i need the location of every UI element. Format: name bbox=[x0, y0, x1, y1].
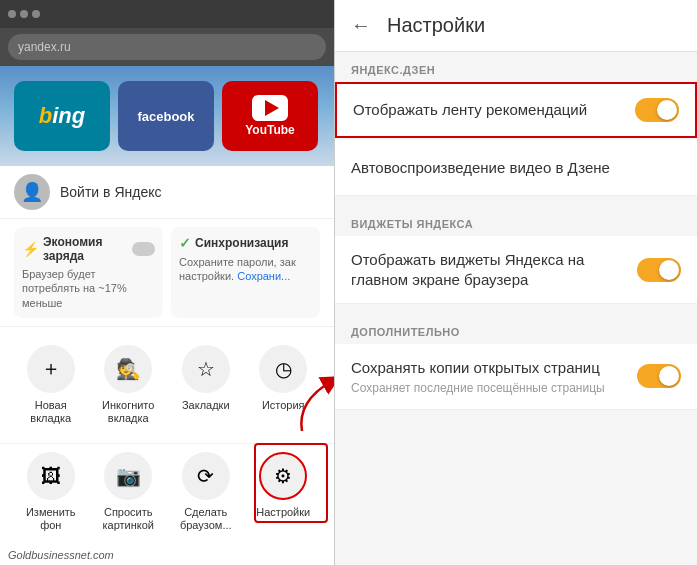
action-change-bg[interactable]: 🖼 Изменить фон bbox=[14, 444, 88, 540]
right-panel: ← Настройки ЯНДЕКС.ДЗЕН Отображать ленту… bbox=[335, 0, 697, 565]
action-ask-image[interactable]: 📷 Спросить картинкой bbox=[92, 444, 166, 540]
settings-label: Настройки bbox=[256, 506, 310, 519]
browser-header: yandex.ru bbox=[0, 28, 334, 66]
sync-text: Сохраните пароли, зак настройки. Сохрани… bbox=[179, 255, 312, 284]
profile-row[interactable]: 👤 Войти в Яндекс bbox=[0, 166, 334, 219]
setting-display-widgets[interactable]: Отображать виджеты Яндекса на главном эк… bbox=[335, 236, 697, 304]
change-bg-icon: 🖼 bbox=[27, 452, 75, 500]
incognito-icon: 🕵 bbox=[104, 345, 152, 393]
lightning-icon: ⚡ bbox=[22, 241, 39, 257]
setting-display-feed[interactable]: Отображать ленту рекомендаций bbox=[335, 82, 697, 138]
sync-card[interactable]: ✓ Синхронизация Сохраните пароли, зак на… bbox=[171, 227, 320, 318]
battery-text: Браузер будет потреблять на ~17% меньше bbox=[22, 267, 155, 310]
bookmarks-icon: ☆ bbox=[182, 345, 230, 393]
display-widgets-text: Отображать виджеты Яндекса на главном эк… bbox=[351, 250, 637, 289]
sync-icon: ✓ bbox=[179, 235, 191, 251]
new-tab-label: Новая вкладка bbox=[18, 399, 84, 425]
facebook-label: facebook bbox=[137, 109, 194, 124]
bookmarks-area: bing facebook YouTube bbox=[0, 66, 334, 166]
bookmark-youtube[interactable]: YouTube bbox=[222, 81, 318, 151]
battery-card[interactable]: ⚡ Экономия заряда Браузер будет потребля… bbox=[14, 227, 163, 318]
toggle-knob bbox=[659, 260, 679, 280]
bookmarks-label: Закладки bbox=[182, 399, 230, 412]
browser-top-bar bbox=[0, 0, 334, 28]
incognito-label: Инкогнито вкладка bbox=[96, 399, 162, 425]
status-dot bbox=[8, 10, 16, 18]
back-button[interactable]: ← bbox=[351, 14, 371, 37]
quick-actions-row2: 🖼 Изменить фон 📷 Спросить картинкой ⟳ Сд… bbox=[0, 444, 334, 550]
avatar: 👤 bbox=[14, 174, 50, 210]
action-incognito[interactable]: 🕵 Инкогнито вкладка bbox=[92, 337, 166, 433]
save-copies-text: Сохранять копии открытых страниц bbox=[351, 358, 625, 378]
action-bookmarks[interactable]: ☆ Закладки bbox=[169, 337, 243, 433]
youtube-icon bbox=[252, 95, 288, 121]
left-panel: yandex.ru bing facebook YouTube 👤 Войти … bbox=[0, 0, 335, 565]
bookmark-facebook[interactable]: facebook bbox=[118, 81, 214, 151]
divider-1 bbox=[335, 196, 697, 206]
arrow-indicator bbox=[292, 361, 335, 445]
settings-body: ЯНДЕКС.ДЗЕН Отображать ленту рекомендаци… bbox=[335, 52, 697, 565]
save-copies-toggle[interactable] bbox=[637, 364, 681, 388]
profile-label: Войти в Яндекс bbox=[60, 184, 161, 200]
save-copies-subtext: Сохраняет последние посещённые страницы bbox=[351, 381, 625, 395]
sync-title: Синхронизация bbox=[195, 236, 289, 250]
display-feed-toggle[interactable] bbox=[635, 98, 679, 122]
action-new-tab[interactable]: ＋ Новая вкладка bbox=[14, 337, 88, 433]
ask-image-icon: 📷 bbox=[104, 452, 152, 500]
action-settings[interactable]: ⚙ Настройки bbox=[247, 444, 321, 540]
status-dot bbox=[32, 10, 40, 18]
url-bar[interactable]: yandex.ru bbox=[8, 34, 326, 60]
battery-card-header: ⚡ Экономия заряда bbox=[22, 235, 155, 263]
action-make-browser[interactable]: ⟳ Сделать браузом... bbox=[169, 444, 243, 540]
battery-toggle[interactable] bbox=[132, 242, 155, 256]
sync-card-header: ✓ Синхронизация bbox=[179, 235, 312, 251]
toggle-knob bbox=[659, 366, 679, 386]
display-feed-text: Отображать ленту рекомендаций bbox=[353, 100, 635, 120]
change-bg-label: Изменить фон bbox=[18, 506, 84, 532]
youtube-label: YouTube bbox=[245, 123, 295, 137]
youtube-triangle bbox=[265, 100, 279, 116]
new-tab-icon: ＋ bbox=[27, 345, 75, 393]
section-yandex-dzen: ЯНДЕКС.ДЗЕН bbox=[335, 52, 697, 82]
url-text: yandex.ru bbox=[18, 40, 71, 54]
settings-icon: ⚙ bbox=[259, 452, 307, 500]
quick-actions-row1: ＋ Новая вкладка 🕵 Инкогнито вкладка ☆ За… bbox=[0, 327, 334, 444]
toggle-knob bbox=[657, 100, 677, 120]
setting-save-copies[interactable]: Сохранять копии открытых страниц Сохраня… bbox=[335, 344, 697, 410]
section-yandex-widgets: ВИДЖЕТЫ ЯНДЕКСА bbox=[335, 206, 697, 236]
battery-title: Экономия заряда bbox=[43, 235, 128, 263]
settings-header: ← Настройки bbox=[335, 0, 697, 52]
bookmark-bing[interactable]: bing bbox=[14, 81, 110, 151]
section-additional: ДОПОЛНИТЕЛЬНО bbox=[335, 314, 697, 344]
status-dot bbox=[20, 10, 28, 18]
divider-2 bbox=[335, 304, 697, 314]
setting-autoplay-video[interactable]: Автовоспроизведение видео в Дзене bbox=[335, 140, 697, 196]
settings-title: Настройки bbox=[387, 14, 485, 37]
watermark: Goldbusinessnet.com bbox=[8, 549, 114, 561]
display-widgets-toggle[interactable] bbox=[637, 258, 681, 282]
info-cards: ⚡ Экономия заряда Браузер будет потребля… bbox=[0, 219, 334, 327]
ask-image-label: Спросить картинкой bbox=[96, 506, 162, 532]
bing-logo: bing bbox=[39, 103, 85, 129]
make-browser-label: Сделать браузом... bbox=[173, 506, 239, 532]
autoplay-video-text: Автовоспроизведение видео в Дзене bbox=[351, 158, 681, 178]
make-browser-icon: ⟳ bbox=[182, 452, 230, 500]
